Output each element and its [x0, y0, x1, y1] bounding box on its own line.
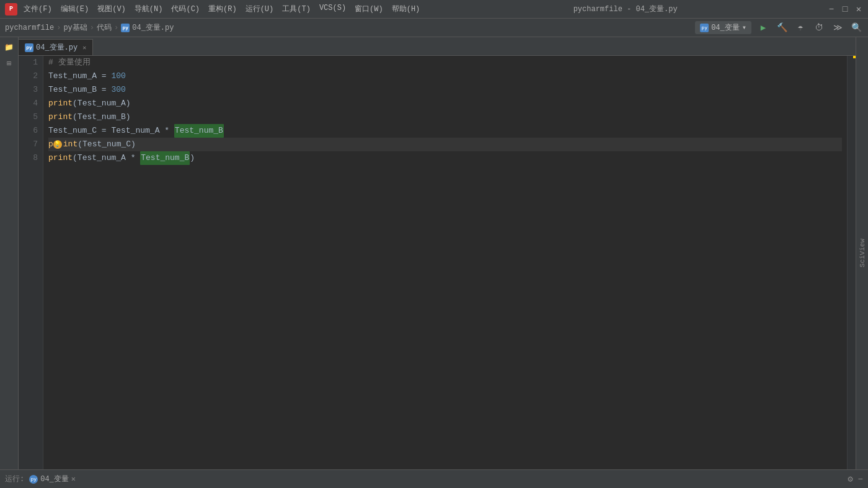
app-icon: P: [5, 3, 17, 16]
editor-tab-file[interactable]: py 04_变量.py ✕: [19, 39, 93, 55]
line-num-5: 5: [19, 110, 38, 124]
bottom-panel-header: 运行: py 04_变量 ✕ ⚙ −: [0, 470, 868, 488]
menu-refactor[interactable]: 重构(R): [205, 2, 241, 16]
build-button[interactable]: 🔨: [775, 21, 789, 35]
run-config-icon: py: [700, 24, 709, 32]
editor-gutter: [847, 56, 856, 469]
sidebar-project-icon[interactable]: 📁: [2, 40, 17, 55]
code-line-3: Test_num_B = 300: [48, 83, 842, 97]
menu-navigate[interactable]: 导航(N): [131, 2, 167, 16]
line-num-1: 1: [19, 56, 38, 69]
highlighted-var: Test_num_B: [174, 124, 224, 138]
fn-print-5: print: [48, 110, 73, 124]
menu-tools[interactable]: 工具(T): [278, 2, 314, 16]
var-test-num-b: Test_num_B: [48, 83, 97, 97]
run-config-label: 04_变量: [711, 22, 740, 33]
run-config-selector[interactable]: py 04_变量 ▾: [695, 21, 751, 34]
breadcrumb: pycharmfile › py基础 › 代码 › py 04_变量.py: [5, 22, 174, 33]
code-line-5: print ( Test_num_B ): [48, 110, 842, 124]
close-button[interactable]: ✕: [854, 5, 863, 14]
file-py-icon: py: [121, 24, 130, 32]
panel-minimize-icon[interactable]: −: [858, 474, 863, 484]
breadcrumb-sep3: ›: [114, 24, 118, 32]
tab-close-button[interactable]: ✕: [82, 44, 86, 51]
minimize-button[interactable]: −: [827, 5, 836, 14]
code-line-8: print ( Test_num_A * Test_num_B ): [48, 151, 842, 165]
tab-file-label: 04_变量.py: [36, 42, 78, 53]
line-num-4: 4: [19, 97, 38, 110]
num-300: 300: [111, 83, 125, 97]
menu-vcs[interactable]: VCS(S): [316, 2, 350, 16]
fn-print-8: print: [48, 151, 73, 165]
menu-bar: 文件(F) 编辑(E) 视图(V) 导航(N) 代码(C) 重构(R) 运行(U…: [20, 2, 423, 16]
line-num-3: 3: [19, 83, 38, 97]
fn-print-7: p: [48, 138, 53, 151]
run-tab-close[interactable]: ✕: [71, 474, 76, 484]
title-bar-controls: − □ ✕: [827, 5, 863, 14]
nav-actions: py 04_变量 ▾ ▶ 🔨 ☂ ⏱ ≫ 🔍: [695, 21, 863, 35]
breadcrumb-folder1[interactable]: py基础: [63, 22, 87, 33]
line-num-6: 6: [19, 124, 38, 138]
menu-help[interactable]: 帮助(H): [388, 2, 424, 16]
code-line-2: Test_num_A = 100: [48, 69, 842, 83]
breadcrumb-project[interactable]: pycharmfile: [5, 24, 54, 32]
main-layout: 📁 ⊞ py 04_变量.py ✕ 1 2 3 4 5 6 7 8: [0, 37, 868, 469]
code-line-6: Test_num_C = Test_num_A * Test_num_B: [48, 124, 842, 138]
sidebar-icon2[interactable]: ⊞: [2, 56, 17, 71]
right-sidebar: SciView: [856, 37, 868, 469]
menu-view[interactable]: 视图(V): [94, 2, 130, 16]
menu-window[interactable]: 窗口(W): [351, 2, 387, 16]
title-bar: P 文件(F) 编辑(E) 视图(V) 导航(N) 代码(C) 重构(R) 运行…: [0, 0, 868, 19]
breadcrumb-folder2[interactable]: 代码: [97, 22, 112, 33]
settings-icon[interactable]: ⚙: [848, 474, 852, 484]
code-line-4: print ( Test_num_A ): [48, 97, 842, 110]
fn-print-4: print: [48, 97, 73, 110]
code-line-7: p 💡 int ( Test_num_C ): [48, 138, 842, 151]
bottom-panel: 运行: py 04_变量 ✕ ⚙ − ▶ ↑ ⏹ ↓ ⟳ ☰ 🗑 📌 D:\so…: [0, 469, 868, 488]
menu-edit[interactable]: 编辑(E): [57, 2, 93, 16]
run-tab[interactable]: py 04_变量 ✕: [29, 474, 76, 484]
breadcrumb-sep1: ›: [56, 24, 61, 32]
highlighted-var-8: Test_num_B: [140, 151, 190, 165]
run-tab-name: 04_变量: [40, 474, 69, 484]
run-label: 运行:: [5, 474, 24, 484]
window-title: pycharmfile - 04_变量.py: [574, 4, 678, 14]
nav-bar: pycharmfile › py基础 › 代码 › py 04_变量.py py…: [0, 19, 868, 37]
breadcrumb-filename: 04_变量.py: [132, 22, 174, 33]
menu-file[interactable]: 文件(F): [20, 2, 56, 16]
profile-button[interactable]: ⏱: [812, 21, 826, 35]
code-line-1: # 变量使用: [48, 56, 842, 69]
num-100: 100: [111, 69, 125, 83]
bulb-icon[interactable]: 💡: [53, 140, 62, 149]
coverage-button[interactable]: ☂: [794, 21, 807, 35]
run-button[interactable]: ▶: [756, 21, 770, 35]
menu-run[interactable]: 运行(U): [242, 2, 278, 16]
var-test-num-a: Test_num_A: [48, 69, 97, 83]
code-editor[interactable]: 1 2 3 4 5 6 7 8 # 变量使用 Test_num_A = 100: [19, 56, 856, 469]
gutter-warning-mark: [853, 56, 856, 58]
code-content[interactable]: # 变量使用 Test_num_A = 100 Test_num_B = 300…: [43, 56, 847, 469]
line-numbers: 1 2 3 4 5 6 7 8: [19, 56, 43, 469]
run-tab-icon: py: [29, 475, 38, 484]
title-bar-left: P 文件(F) 编辑(E) 视图(V) 导航(N) 代码(C) 重构(R) 运行…: [5, 2, 423, 16]
search-button[interactable]: 🔍: [849, 21, 863, 35]
tab-file-icon: py: [25, 43, 33, 52]
editor-tab-bar: py 04_变量.py ✕: [19, 37, 856, 56]
panel-settings: ⚙ −: [848, 474, 863, 484]
maximize-button[interactable]: □: [841, 5, 849, 14]
line-num-7: 7: [19, 138, 38, 151]
menu-code[interactable]: 代码(C): [167, 2, 203, 16]
comment-text: # 变量使用: [48, 56, 91, 69]
editor-left-sidebar: 📁 ⊞: [0, 37, 19, 469]
editor-area: py 04_变量.py ✕ 1 2 3 4 5 6 7 8 # 变量使用: [19, 37, 856, 469]
breadcrumb-sep2: ›: [90, 24, 94, 32]
sciview-label[interactable]: SciView: [859, 239, 866, 267]
run-config-dropdown-icon: ▾: [742, 23, 746, 32]
line-num-8: 8: [19, 151, 38, 165]
line-num-2: 2: [19, 69, 38, 83]
more-button[interactable]: ≫: [831, 21, 844, 35]
breadcrumb-file[interactable]: py 04_变量.py: [121, 22, 174, 33]
